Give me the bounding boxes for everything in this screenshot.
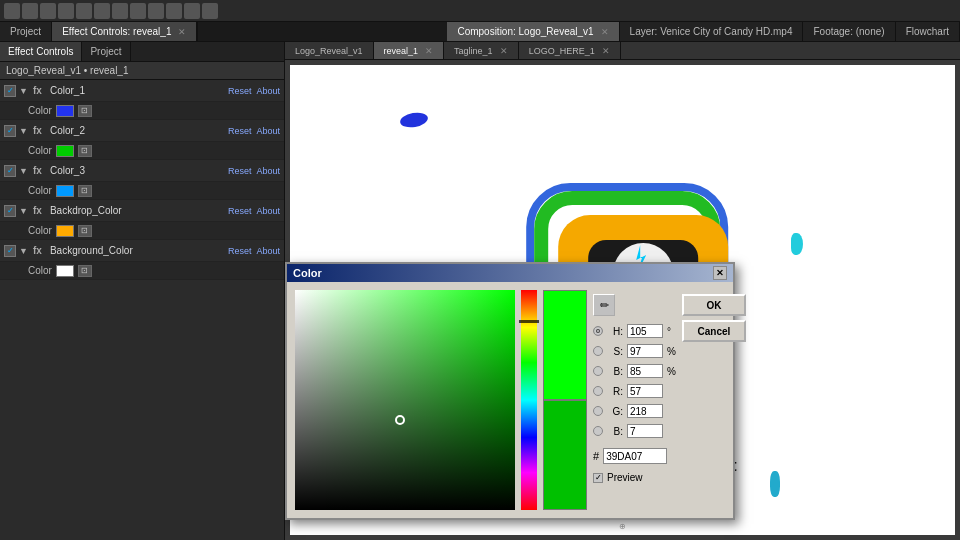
fx-expand-color3[interactable]: ▼	[19, 166, 28, 176]
fx-check-backdrop[interactable]: ✓	[4, 205, 16, 217]
comp-subtab-logo-reveal[interactable]: Logo_Reveal_v1	[285, 42, 374, 59]
toolbar-icon-4[interactable]	[58, 3, 74, 19]
radio-B2[interactable]	[593, 426, 603, 436]
fx-check-color2[interactable]: ✓	[4, 125, 16, 137]
fx-check-color3[interactable]: ✓	[4, 165, 16, 177]
ctrl-row-G: G:	[593, 402, 676, 420]
ctrl-input-B2[interactable]	[627, 424, 663, 438]
ctrl-input-H[interactable]	[627, 324, 663, 338]
fx-check-background[interactable]: ✓	[4, 245, 16, 257]
color-swatch-backdrop[interactable]	[56, 225, 74, 237]
fx-reset-color3[interactable]: Reset	[228, 166, 252, 176]
radio-B[interactable]	[593, 366, 603, 376]
hex-input[interactable]	[603, 448, 667, 464]
radio-R[interactable]	[593, 386, 603, 396]
ctrl-input-B[interactable]	[627, 364, 663, 378]
toolbar-icon-6[interactable]	[94, 3, 110, 19]
toolbar-icon-1[interactable]	[4, 3, 20, 19]
tab-project[interactable]: Project	[0, 22, 52, 41]
color-edit-button[interactable]: ✏	[593, 294, 615, 316]
ok-button[interactable]: OK	[682, 294, 746, 316]
toolbar-icon-11[interactable]	[184, 3, 200, 19]
fx-about-background[interactable]: About	[256, 246, 280, 256]
toolbar-icon-8[interactable]	[130, 3, 146, 19]
fx-expand-color2[interactable]: ▼	[19, 126, 28, 136]
fx-about-color3[interactable]: About	[256, 166, 280, 176]
color-swatch-color1[interactable]	[56, 105, 74, 117]
color-eyedrop-color2[interactable]: ⊡	[78, 145, 92, 157]
fx-reset-color1[interactable]: Reset	[228, 86, 252, 96]
blue-blob	[399, 111, 429, 130]
fx-label-color2: fx	[33, 125, 47, 136]
color-swatch-color3[interactable]	[56, 185, 74, 197]
comp-subtab-reveal1-close[interactable]: ✕	[425, 46, 433, 56]
fx-reset-backdrop[interactable]: Reset	[228, 206, 252, 216]
fx-about-color1[interactable]: About	[256, 86, 280, 96]
comp-subtab-logo-here-close[interactable]: ✕	[602, 46, 610, 56]
tab-composition[interactable]: Composition: Logo_Reveal_v1 ✕	[447, 22, 619, 41]
toolbar-icon-2[interactable]	[22, 3, 38, 19]
panel-tab-effect-controls[interactable]: Effect Controls	[0, 42, 82, 61]
fx-name-color3[interactable]: Color_3	[50, 165, 225, 176]
color-gradient-picker[interactable]	[295, 290, 515, 510]
color-eyedrop-background[interactable]: ⊡	[78, 265, 92, 277]
color-eyedrop-backdrop[interactable]: ⊡	[78, 225, 92, 237]
fx-row-color3: ✓ ▼ fx Color_3 Reset About	[0, 160, 284, 182]
color-sub-label-color2: Color	[28, 145, 52, 156]
ctrl-input-S[interactable]	[627, 344, 663, 358]
new-color-swatch[interactable]	[543, 290, 587, 400]
panel-tab-project[interactable]: Project	[82, 42, 130, 61]
fx-name-backdrop[interactable]: Backdrop_Color	[50, 205, 225, 216]
ctrl-row-B2: B:	[593, 422, 676, 440]
color-sub-label-color3: Color	[28, 185, 52, 196]
ctrl-input-G[interactable]	[627, 404, 663, 418]
cancel-button[interactable]: Cancel	[682, 320, 746, 342]
comp-subtab-tagline-close[interactable]: ✕	[500, 46, 508, 56]
tab-composition-label: Composition: Logo_Reveal_v1	[457, 26, 593, 37]
fx-expand-background[interactable]: ▼	[19, 246, 28, 256]
tab-comp-close[interactable]: ✕	[601, 27, 609, 37]
comp-subtab-logo-here[interactable]: LOGO_HERE_1 ✕	[519, 42, 621, 59]
radio-S[interactable]	[593, 346, 603, 356]
toolbar-icon-9[interactable]	[148, 3, 164, 19]
tab-footage[interactable]: Footage: (none)	[803, 22, 895, 41]
fx-reset-background[interactable]: Reset	[228, 246, 252, 256]
toolbar-icon-10[interactable]	[166, 3, 182, 19]
color-preview-box	[543, 290, 587, 510]
tab-layer[interactable]: Layer: Venice City of Candy HD.mp4	[620, 22, 804, 41]
toolbar-icon-5[interactable]	[76, 3, 92, 19]
toolbar-icon-3[interactable]	[40, 3, 56, 19]
hue-slider[interactable]	[521, 290, 537, 510]
color-swatch-color2[interactable]	[56, 145, 74, 157]
color-sub-label-color1: Color	[28, 105, 52, 116]
fx-reset-color2[interactable]: Reset	[228, 126, 252, 136]
tab-effect-controls-close[interactable]: ✕	[178, 27, 186, 37]
ctrl-input-R[interactable]	[627, 384, 663, 398]
fx-name-color2[interactable]: Color_2	[50, 125, 225, 136]
fx-check-color1[interactable]: ✓	[4, 85, 16, 97]
color-eyedrop-color1[interactable]: ⊡	[78, 105, 92, 117]
tab-flowchart[interactable]: Flowchart	[896, 22, 960, 41]
color-dialog-close-button[interactable]: ✕	[713, 266, 727, 280]
fx-about-backdrop[interactable]: About	[256, 206, 280, 216]
fx-name-color1[interactable]: Color_1	[50, 85, 225, 96]
tab-layer-label: Layer: Venice City of Candy HD.mp4	[630, 26, 793, 37]
fx-about-color2[interactable]: About	[256, 126, 280, 136]
fx-expand-backdrop[interactable]: ▼	[19, 206, 28, 216]
color-sub-background: Color ⊡	[0, 262, 284, 280]
fx-name-background[interactable]: Background_Color	[50, 245, 225, 256]
radio-H[interactable]	[593, 326, 603, 336]
toolbar-icon-7[interactable]	[112, 3, 128, 19]
toolbar-icon-12[interactable]	[202, 3, 218, 19]
color-sub-backdrop: Color ⊡	[0, 222, 284, 240]
preview-checkbox[interactable]: ✓	[593, 473, 603, 483]
ctrl-lbl-G: G:	[607, 406, 623, 417]
fx-expand-color1[interactable]: ▼	[19, 86, 28, 96]
color-eyedrop-color3[interactable]: ⊡	[78, 185, 92, 197]
radio-G[interactable]	[593, 406, 603, 416]
tab-effect-controls[interactable]: Effect Controls: reveal_1 ✕	[52, 22, 197, 41]
comp-subtab-reveal1[interactable]: reveal_1 ✕	[374, 42, 445, 59]
ctrl-row-S: S: %	[593, 342, 676, 360]
comp-subtab-tagline[interactable]: Tagline_1 ✕	[444, 42, 519, 59]
color-swatch-background[interactable]	[56, 265, 74, 277]
